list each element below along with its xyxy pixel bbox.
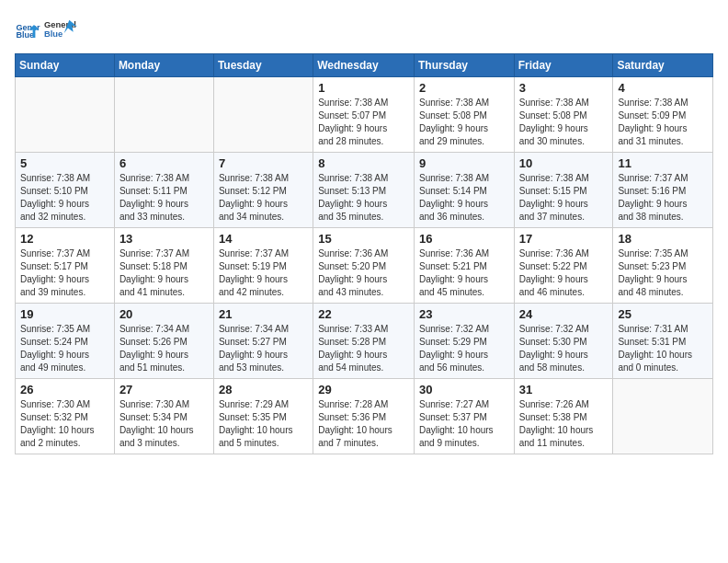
day-info: Sunrise: 7:38 AM Sunset: 5:11 PM Dayligh…	[119, 172, 209, 224]
day-number: 29	[318, 383, 409, 396]
calendar-day-cell: 5Sunrise: 7:38 AM Sunset: 5:10 PM Daylig…	[16, 153, 115, 228]
calendar-day-cell: 25Sunrise: 7:31 AM Sunset: 5:31 PM Dayli…	[613, 304, 713, 379]
day-info: Sunrise: 7:38 AM Sunset: 5:08 PM Dayligh…	[419, 97, 509, 148]
logo-icon: General Blue	[15, 18, 40, 44]
calendar-day-cell: 16Sunrise: 7:36 AM Sunset: 5:21 PM Dayli…	[414, 228, 514, 304]
calendar-weekday-header: Saturday	[613, 54, 713, 77]
calendar-day-cell: 6Sunrise: 7:38 AM Sunset: 5:11 PM Daylig…	[114, 153, 213, 228]
calendar-day-cell: 11Sunrise: 7:37 AM Sunset: 5:16 PM Dayli…	[613, 153, 713, 228]
calendar-weekday-header: Monday	[114, 54, 213, 77]
calendar-day-cell: 20Sunrise: 7:34 AM Sunset: 5:26 PM Dayli…	[114, 304, 213, 379]
day-info: Sunrise: 7:38 AM Sunset: 5:09 PM Dayligh…	[618, 97, 708, 148]
calendar-week-row: 12Sunrise: 7:37 AM Sunset: 5:17 PM Dayli…	[16, 228, 713, 304]
calendar-day-cell: 28Sunrise: 7:29 AM Sunset: 5:35 PM Dayli…	[213, 379, 313, 454]
calendar-day-cell: 8Sunrise: 7:38 AM Sunset: 5:13 PM Daylig…	[313, 153, 415, 228]
day-info: Sunrise: 7:29 AM Sunset: 5:35 PM Dayligh…	[219, 398, 308, 450]
day-info: Sunrise: 7:34 AM Sunset: 5:26 PM Dayligh…	[119, 323, 209, 374]
day-info: Sunrise: 7:37 AM Sunset: 5:16 PM Dayligh…	[618, 172, 708, 224]
calendar-weekday-header: Tuesday	[213, 54, 313, 77]
day-info: Sunrise: 7:27 AM Sunset: 5:37 PM Dayligh…	[419, 398, 509, 450]
day-info: Sunrise: 7:38 AM Sunset: 5:08 PM Dayligh…	[519, 97, 609, 148]
calendar-weekday-header: Friday	[514, 54, 613, 77]
calendar-day-cell: 19Sunrise: 7:35 AM Sunset: 5:24 PM Dayli…	[16, 304, 115, 379]
day-number: 14	[219, 232, 308, 246]
calendar-day-cell: 2Sunrise: 7:38 AM Sunset: 5:08 PM Daylig…	[414, 77, 514, 153]
calendar-weekday-header: Wednesday	[313, 54, 415, 77]
day-number: 6	[119, 156, 209, 170]
calendar-day-cell: 1Sunrise: 7:38 AM Sunset: 5:07 PM Daylig…	[313, 77, 415, 153]
calendar-day-cell: 3Sunrise: 7:38 AM Sunset: 5:08 PM Daylig…	[514, 77, 613, 153]
calendar-weekday-header: Thursday	[414, 54, 514, 77]
day-number: 26	[20, 383, 109, 396]
day-info: Sunrise: 7:36 AM Sunset: 5:22 PM Dayligh…	[519, 247, 609, 299]
calendar-day-cell: 27Sunrise: 7:30 AM Sunset: 5:34 PM Dayli…	[114, 379, 213, 454]
calendar-body: 1Sunrise: 7:38 AM Sunset: 5:07 PM Daylig…	[16, 77, 713, 454]
calendar-week-row: 1Sunrise: 7:38 AM Sunset: 5:07 PM Daylig…	[16, 77, 713, 153]
day-number: 18	[618, 232, 708, 246]
day-info: Sunrise: 7:28 AM Sunset: 5:36 PM Dayligh…	[318, 398, 409, 450]
calendar-day-cell: 24Sunrise: 7:32 AM Sunset: 5:30 PM Dayli…	[514, 304, 613, 379]
day-info: Sunrise: 7:38 AM Sunset: 5:15 PM Dayligh…	[519, 172, 609, 224]
day-number: 2	[419, 81, 509, 95]
day-info: Sunrise: 7:35 AM Sunset: 5:23 PM Dayligh…	[618, 247, 708, 299]
calendar-day-cell: 31Sunrise: 7:26 AM Sunset: 5:38 PM Dayli…	[514, 379, 613, 454]
day-number: 27	[119, 383, 209, 396]
day-info: Sunrise: 7:33 AM Sunset: 5:28 PM Dayligh…	[318, 323, 409, 374]
calendar-header-row: SundayMondayTuesdayWednesdayThursdayFrid…	[16, 54, 713, 77]
day-info: Sunrise: 7:37 AM Sunset: 5:19 PM Dayligh…	[219, 247, 308, 299]
calendar-day-cell: 26Sunrise: 7:30 AM Sunset: 5:32 PM Dayli…	[16, 379, 115, 454]
calendar-week-row: 19Sunrise: 7:35 AM Sunset: 5:24 PM Dayli…	[16, 304, 713, 379]
day-number: 21	[219, 307, 308, 321]
day-info: Sunrise: 7:30 AM Sunset: 5:32 PM Dayligh…	[20, 398, 109, 450]
calendar-day-cell: 23Sunrise: 7:32 AM Sunset: 5:29 PM Dayli…	[414, 304, 514, 379]
logo-bird-icon: General Blue	[44, 15, 77, 48]
calendar-day-cell	[114, 77, 213, 153]
calendar-weekday-header: Sunday	[16, 54, 115, 77]
day-number: 9	[419, 156, 509, 170]
day-number: 20	[119, 307, 209, 321]
day-number: 8	[318, 156, 409, 170]
day-info: Sunrise: 7:36 AM Sunset: 5:21 PM Dayligh…	[419, 247, 509, 299]
calendar-day-cell	[613, 379, 713, 454]
calendar-day-cell: 9Sunrise: 7:38 AM Sunset: 5:14 PM Daylig…	[414, 153, 514, 228]
calendar-day-cell: 4Sunrise: 7:38 AM Sunset: 5:09 PM Daylig…	[613, 77, 713, 153]
calendar-week-row: 5Sunrise: 7:38 AM Sunset: 5:10 PM Daylig…	[16, 153, 713, 228]
svg-text:Blue: Blue	[44, 29, 63, 39]
day-number: 28	[219, 383, 308, 396]
day-number: 15	[318, 232, 409, 246]
day-number: 12	[20, 232, 109, 246]
day-info: Sunrise: 7:37 AM Sunset: 5:18 PM Dayligh…	[119, 247, 209, 299]
day-number: 13	[119, 232, 209, 246]
day-number: 23	[419, 307, 509, 321]
day-info: Sunrise: 7:38 AM Sunset: 5:12 PM Dayligh…	[219, 172, 308, 224]
header: General Blue General Blue	[15, 15, 713, 48]
day-info: Sunrise: 7:32 AM Sunset: 5:30 PM Dayligh…	[519, 323, 609, 374]
calendar-day-cell: 14Sunrise: 7:37 AM Sunset: 5:19 PM Dayli…	[213, 228, 313, 304]
calendar-day-cell: 18Sunrise: 7:35 AM Sunset: 5:23 PM Dayli…	[613, 228, 713, 304]
logo: General Blue General Blue	[15, 15, 77, 48]
calendar-day-cell: 15Sunrise: 7:36 AM Sunset: 5:20 PM Dayli…	[313, 228, 415, 304]
day-number: 24	[519, 307, 609, 321]
day-number: 11	[618, 156, 708, 170]
day-info: Sunrise: 7:36 AM Sunset: 5:20 PM Dayligh…	[318, 247, 409, 299]
calendar-day-cell: 22Sunrise: 7:33 AM Sunset: 5:28 PM Dayli…	[313, 304, 415, 379]
day-info: Sunrise: 7:38 AM Sunset: 5:10 PM Dayligh…	[20, 172, 109, 224]
day-info: Sunrise: 7:31 AM Sunset: 5:31 PM Dayligh…	[618, 323, 708, 374]
day-number: 19	[20, 307, 109, 321]
calendar-day-cell: 13Sunrise: 7:37 AM Sunset: 5:18 PM Dayli…	[114, 228, 213, 304]
day-number: 30	[419, 383, 509, 396]
calendar-day-cell: 21Sunrise: 7:34 AM Sunset: 5:27 PM Dayli…	[213, 304, 313, 379]
day-number: 3	[519, 81, 609, 95]
calendar-day-cell: 12Sunrise: 7:37 AM Sunset: 5:17 PM Dayli…	[16, 228, 115, 304]
day-info: Sunrise: 7:34 AM Sunset: 5:27 PM Dayligh…	[219, 323, 308, 374]
day-number: 7	[219, 156, 308, 170]
day-number: 4	[618, 81, 708, 95]
day-number: 10	[519, 156, 609, 170]
day-info: Sunrise: 7:37 AM Sunset: 5:17 PM Dayligh…	[20, 247, 109, 299]
day-info: Sunrise: 7:38 AM Sunset: 5:13 PM Dayligh…	[318, 172, 409, 224]
day-info: Sunrise: 7:38 AM Sunset: 5:14 PM Dayligh…	[419, 172, 509, 224]
day-number: 25	[618, 307, 708, 321]
calendar-day-cell: 30Sunrise: 7:27 AM Sunset: 5:37 PM Dayli…	[414, 379, 514, 454]
day-number: 16	[419, 232, 509, 246]
day-info: Sunrise: 7:35 AM Sunset: 5:24 PM Dayligh…	[20, 323, 109, 374]
